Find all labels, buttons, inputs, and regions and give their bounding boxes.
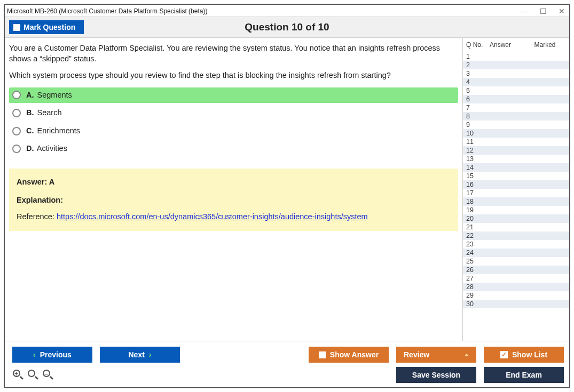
question-row[interactable]: 5	[463, 86, 569, 95]
check-icon: ✓	[500, 351, 508, 358]
zoom-in-icon[interactable]: +	[12, 369, 24, 381]
question-text: You are a Customer Data Platform Special…	[9, 43, 458, 81]
checkbox-icon	[319, 351, 326, 358]
answer-explanation: Answer: A Explanation: Reference: https:…	[9, 169, 458, 231]
chevron-up-icon	[465, 354, 469, 356]
previous-button[interactable]: ‹ Previous	[12, 347, 92, 363]
answer-line: Answer: A	[17, 177, 451, 188]
show-list-button[interactable]: ✓ Show List	[484, 347, 564, 363]
option-d[interactable]: D. Activities	[9, 141, 458, 157]
zoom-controls: + –	[12, 369, 54, 381]
question-row[interactable]: 18	[463, 197, 569, 206]
footer: ‹ Previous Next › Show Answer Review ✓ S…	[5, 341, 569, 387]
window-controls: — ☐ ✕	[521, 7, 565, 15]
question-row[interactable]: 12	[463, 146, 569, 155]
question-row[interactable]: 24	[463, 249, 569, 257]
options-list: A. SegmentsB. SearchC. EnrichmentsD. Act…	[9, 87, 458, 157]
question-progress: Question 10 of 10	[5, 21, 569, 33]
question-row[interactable]: 25	[463, 257, 569, 266]
end-exam-label: End Exam	[506, 371, 542, 379]
body: You are a Customer Data Platform Special…	[5, 38, 569, 341]
question-row[interactable]: 16	[463, 180, 569, 189]
next-label: Next	[128, 350, 144, 359]
mark-question-button[interactable]: Mark Question	[9, 20, 84, 34]
save-session-button[interactable]: Save Session	[396, 367, 476, 383]
option-label: A. Segments	[26, 90, 72, 101]
save-session-label: Save Session	[412, 371, 460, 379]
zoom-reset-icon[interactable]	[27, 369, 39, 381]
app-window: Microsoft MB-260 (Microsoft Customer Dat…	[4, 4, 570, 388]
close-icon[interactable]: ✕	[559, 7, 565, 15]
footer-row-1: ‹ Previous Next › Show Answer Review ✓ S…	[12, 347, 564, 363]
reference-line: Reference: https://docs.microsoft.com/en…	[17, 212, 451, 222]
next-button[interactable]: Next ›	[100, 347, 180, 363]
question-row[interactable]: 10	[463, 129, 569, 138]
question-row[interactable]: 22	[463, 231, 569, 240]
question-list-header: Q No. Answer Marked	[463, 38, 569, 52]
radio-icon	[12, 127, 21, 135]
question-row[interactable]: 30	[463, 300, 569, 308]
option-label: C. Enrichments	[26, 126, 80, 137]
show-answer-label: Show Answer	[330, 350, 379, 359]
question-row[interactable]: 29	[463, 291, 569, 300]
question-row[interactable]: 11	[463, 138, 569, 146]
window-title: Microsoft MB-260 (Microsoft Customer Dat…	[7, 7, 207, 15]
question-area: You are a Customer Data Platform Special…	[5, 38, 462, 341]
question-row[interactable]: 27	[463, 274, 569, 283]
question-para-1: You are a Customer Data Platform Special…	[9, 43, 458, 64]
question-row[interactable]: 8	[463, 112, 569, 121]
option-label: B. Search	[26, 108, 61, 118]
option-a[interactable]: A. Segments	[9, 87, 458, 103]
question-row[interactable]: 4	[463, 78, 569, 86]
option-b[interactable]: B. Search	[9, 105, 458, 121]
question-row[interactable]: 2	[463, 61, 569, 69]
zoom-out-icon[interactable]: –	[42, 369, 54, 381]
chevron-left-icon: ‹	[33, 350, 36, 359]
end-exam-button[interactable]: End Exam	[484, 367, 564, 383]
titlebar: Microsoft MB-260 (Microsoft Customer Dat…	[5, 5, 569, 17]
question-row[interactable]: 19	[463, 206, 569, 214]
question-row[interactable]: 7	[463, 103, 569, 112]
question-row[interactable]: 13	[463, 155, 569, 163]
question-list-panel: Q No. Answer Marked 12345678910111213141…	[462, 38, 569, 341]
question-list[interactable]: 1234567891011121314151617181920212223242…	[463, 52, 569, 341]
minimize-icon[interactable]: —	[521, 7, 528, 15]
option-c[interactable]: C. Enrichments	[9, 123, 458, 139]
radio-icon	[12, 145, 21, 153]
question-para-2: Which system process type should you rev…	[9, 70, 458, 81]
col-header-marked: Marked	[523, 41, 567, 49]
question-row[interactable]: 15	[463, 172, 569, 180]
question-row[interactable]: 21	[463, 223, 569, 231]
question-row[interactable]: 26	[463, 266, 569, 274]
show-answer-button[interactable]: Show Answer	[309, 347, 389, 363]
question-row[interactable]: 9	[463, 121, 569, 129]
review-dropdown[interactable]: Review	[396, 347, 476, 363]
footer-row-2: + – Save Session End Exam	[12, 367, 564, 383]
reference-prefix: Reference:	[17, 212, 57, 221]
checkbox-icon	[13, 24, 20, 31]
explanation-label: Explanation:	[17, 195, 451, 206]
col-header-qno: Q No.	[466, 41, 490, 49]
review-label: Review	[404, 350, 429, 359]
mark-question-label: Mark Question	[23, 23, 75, 31]
reference-link[interactable]: https://docs.microsoft.com/en-us/dynamic…	[57, 212, 368, 221]
question-row[interactable]: 23	[463, 240, 569, 249]
question-row[interactable]: 17	[463, 189, 569, 197]
radio-icon	[12, 91, 21, 99]
question-row[interactable]: 6	[463, 95, 569, 103]
question-row[interactable]: 1	[463, 52, 569, 61]
maximize-icon[interactable]: ☐	[540, 7, 547, 15]
col-header-answer: Answer	[490, 41, 523, 49]
header-bar: Mark Question Question 10 of 10	[5, 17, 569, 38]
radio-icon	[12, 109, 21, 117]
question-row[interactable]: 14	[463, 163, 569, 172]
question-row[interactable]: 20	[463, 214, 569, 223]
question-row[interactable]: 28	[463, 283, 569, 291]
show-list-label: Show List	[512, 350, 547, 359]
chevron-right-icon: ›	[149, 350, 152, 359]
previous-label: Previous	[40, 350, 72, 359]
question-row[interactable]: 3	[463, 69, 569, 78]
option-label: D. Activities	[26, 143, 67, 154]
